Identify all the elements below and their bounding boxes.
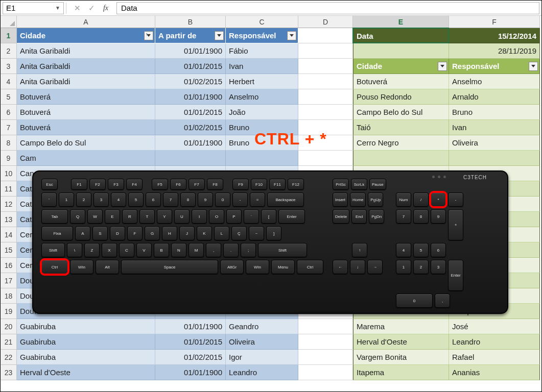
cell[interactable]: Taió bbox=[353, 120, 449, 135]
cell[interactable]: Cam bbox=[17, 151, 155, 166]
cell[interactable] bbox=[298, 43, 353, 59]
cell[interactable]: Itapema bbox=[353, 365, 449, 380]
cell[interactable]: Igor bbox=[226, 350, 298, 365]
cell[interactable]: Herbert bbox=[226, 74, 298, 89]
row-header-7[interactable]: 7 bbox=[1, 120, 17, 135]
cell[interactable] bbox=[298, 28, 353, 43]
enter-button[interactable]: ✓ bbox=[85, 2, 98, 14]
col-header-C[interactable]: C bbox=[226, 16, 298, 28]
row-header-23[interactable]: 23 bbox=[1, 365, 17, 380]
cell[interactable]: Ivan bbox=[449, 120, 540, 135]
row-header-5[interactable]: 5 bbox=[1, 89, 17, 105]
cell[interactable] bbox=[298, 59, 353, 74]
cell[interactable]: 28/11/2019 bbox=[449, 43, 540, 59]
cell[interactable]: Oliveira bbox=[449, 135, 540, 151]
cell[interactable]: 01/02/2015 bbox=[155, 74, 226, 89]
cell[interactable]: Bruno bbox=[449, 105, 540, 120]
cell[interactable]: 01/01/1900 bbox=[155, 135, 226, 151]
cell[interactable]: Botuverá bbox=[17, 120, 155, 135]
cell[interactable]: Campo Belo do Sul bbox=[353, 105, 449, 120]
cell[interactable]: Botuverá bbox=[353, 74, 449, 89]
row-header-4[interactable]: 4 bbox=[1, 74, 17, 89]
row-header-13[interactable]: 13 bbox=[1, 212, 17, 227]
cell[interactable]: 01/01/1900 bbox=[155, 43, 226, 59]
cell[interactable]: Anselmo bbox=[449, 74, 540, 89]
cell[interactable] bbox=[226, 151, 298, 166]
cell[interactable]: 01/01/1900 bbox=[155, 89, 226, 105]
cell[interactable]: Leandro bbox=[226, 365, 298, 380]
cell[interactable]: João bbox=[226, 105, 298, 120]
cell[interactable]: Guabiruba bbox=[17, 319, 155, 334]
row-header-11[interactable]: 11 bbox=[1, 181, 17, 197]
cell[interactable]: Data bbox=[353, 28, 449, 43]
col-header-E[interactable]: E bbox=[353, 16, 449, 28]
row-header-20[interactable]: 20 bbox=[1, 319, 17, 334]
col-header-D[interactable]: D bbox=[298, 16, 353, 28]
cell[interactable]: 01/01/2015 bbox=[155, 59, 226, 74]
cancel-button[interactable]: ✕ bbox=[70, 2, 84, 14]
cell[interactable]: 01/01/1900 bbox=[155, 319, 226, 334]
cell[interactable]: Pouso Redondo bbox=[353, 89, 449, 105]
row-header-17[interactable]: 17 bbox=[1, 273, 17, 288]
cell[interactable] bbox=[298, 151, 353, 166]
row-header-3[interactable]: 3 bbox=[1, 59, 17, 74]
col-header-F[interactable]: F bbox=[449, 16, 540, 28]
cell[interactable]: Fábio bbox=[226, 43, 298, 59]
row-header-16[interactable]: 16 bbox=[1, 258, 17, 273]
cell[interactable] bbox=[298, 334, 353, 350]
cell[interactable]: Guabiruba bbox=[17, 350, 155, 365]
cell[interactable]: Anselmo bbox=[226, 89, 298, 105]
cell[interactable] bbox=[298, 74, 353, 89]
cell[interactable]: Herval d'Oeste bbox=[17, 365, 155, 380]
cell[interactable]: Herval d'Oeste bbox=[353, 334, 449, 350]
formula-input[interactable]: Data bbox=[116, 2, 539, 14]
cell[interactable] bbox=[298, 105, 353, 120]
row-header-22[interactable]: 22 bbox=[1, 350, 17, 365]
row-header-15[interactable]: 15 bbox=[1, 242, 17, 258]
cell[interactable]: Guabiruba bbox=[17, 334, 155, 350]
cell[interactable]: Ivan bbox=[226, 59, 298, 74]
filter-dropdown-button[interactable] bbox=[529, 62, 538, 71]
cell[interactable]: Vargem Bonita bbox=[353, 350, 449, 365]
row-header-1[interactable]: 1 bbox=[1, 28, 17, 43]
cell[interactable]: 01/01/1900 bbox=[155, 365, 226, 380]
cell[interactable]: 01/02/2015 bbox=[155, 120, 226, 135]
row-header-6[interactable]: 6 bbox=[1, 105, 17, 120]
row-header-2[interactable]: 2 bbox=[1, 43, 17, 59]
fx-button[interactable]: fx bbox=[99, 2, 112, 14]
cell[interactable]: Responsável bbox=[226, 28, 298, 43]
cell[interactable]: A partir de bbox=[155, 28, 226, 43]
cell[interactable]: Responsável bbox=[449, 59, 540, 74]
cell[interactable]: Cerro Negro bbox=[353, 135, 449, 151]
cell[interactable]: Geandro bbox=[226, 319, 298, 334]
cell[interactable] bbox=[353, 151, 449, 166]
cell[interactable]: Marema bbox=[353, 319, 449, 334]
cell[interactable]: Oliveira bbox=[226, 334, 298, 350]
cell[interactable]: Botuverá bbox=[17, 89, 155, 105]
cell[interactable] bbox=[298, 350, 353, 365]
cell[interactable]: 01/02/2015 bbox=[155, 350, 226, 365]
cell[interactable]: Campo Belo do Sul bbox=[17, 135, 155, 151]
cell[interactable]: Leandro bbox=[449, 334, 540, 350]
filter-dropdown-button[interactable] bbox=[144, 31, 153, 40]
cell[interactable]: José bbox=[449, 319, 540, 334]
row-header-14[interactable]: 14 bbox=[1, 227, 17, 242]
cell[interactable] bbox=[298, 365, 353, 380]
cell[interactable]: Cidade bbox=[17, 28, 155, 43]
cell[interactable]: Anita Garibaldi bbox=[17, 74, 155, 89]
cell[interactable]: Rafael bbox=[449, 350, 540, 365]
cell[interactable] bbox=[353, 43, 449, 59]
cell[interactable]: Botuverá bbox=[17, 105, 155, 120]
row-header-21[interactable]: 21 bbox=[1, 334, 17, 350]
name-box[interactable]: E1 ▼ bbox=[3, 2, 64, 14]
cell[interactable]: 15/12/2014 bbox=[449, 28, 540, 43]
cell[interactable]: Anita Garibaldi bbox=[17, 59, 155, 74]
cell[interactable]: 01/01/2015 bbox=[155, 334, 226, 350]
filter-dropdown-button[interactable] bbox=[215, 31, 224, 40]
row-header-12[interactable]: 12 bbox=[1, 197, 17, 212]
name-box-dropdown-icon[interactable]: ▼ bbox=[55, 5, 60, 11]
cell[interactable] bbox=[449, 151, 540, 166]
filter-dropdown-button[interactable] bbox=[287, 31, 296, 40]
row-header-8[interactable]: 8 bbox=[1, 135, 17, 151]
filter-dropdown-button[interactable] bbox=[438, 62, 447, 71]
